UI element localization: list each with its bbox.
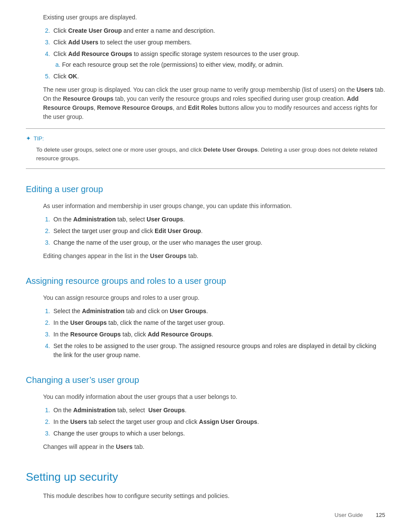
new-user-group-para: The new user group is displayed. You can… bbox=[43, 85, 385, 121]
changing-closing: Changes will appear in the Users tab. bbox=[43, 442, 385, 451]
guide-label: User Guide bbox=[335, 511, 363, 520]
tip-icon: ✦ bbox=[26, 134, 31, 143]
assigning-step-3: In the Resource Groups tab, click Add Re… bbox=[52, 330, 385, 339]
assigning-step-2: In the User Groups tab, click the name o… bbox=[52, 318, 385, 327]
step-3-text: Click Add Users to select the user group… bbox=[53, 39, 192, 46]
security-intro: This module describes how to configure s… bbox=[43, 492, 385, 501]
assigning-step-4: Set the roles to be assigned to the user… bbox=[52, 342, 385, 360]
changing-step-1: On the Administration tab, select User G… bbox=[52, 406, 385, 415]
initial-steps-list: Click Create User Group and enter a name… bbox=[43, 26, 385, 81]
editing-heading: Editing a user group bbox=[26, 183, 385, 196]
changing-step-3-text: Change the user groups to which a user b… bbox=[53, 430, 185, 437]
editing-intro: As user information and membership in us… bbox=[43, 202, 385, 211]
changing-step-2: In the Users tab select the target user … bbox=[52, 417, 385, 426]
changing-steps-list: On the Administration tab, select User G… bbox=[43, 406, 385, 438]
assigning-step-4-text: Set the roles to be assigned to the user… bbox=[53, 342, 376, 358]
step-5: Click OK. bbox=[52, 72, 385, 81]
editing-step-1: On the Administration tab, select User G… bbox=[52, 215, 385, 224]
assigning-steps-list: Select the Administration tab and click … bbox=[43, 307, 385, 360]
editing-step-1-text: On the Administration tab, select User G… bbox=[53, 216, 185, 223]
security-heading: Setting up security bbox=[26, 469, 385, 485]
tip-content: To delete user groups, select one or mor… bbox=[36, 146, 385, 163]
step-3: Click Add Users to select the user group… bbox=[52, 38, 385, 47]
changing-heading: Changing a user’s user group bbox=[26, 373, 385, 386]
assigning-step-3-text: In the Resource Groups tab, click Add Re… bbox=[53, 331, 213, 338]
changing-intro: You can modify information about the use… bbox=[43, 392, 385, 401]
tip-label: ✦ TIP: bbox=[26, 134, 385, 143]
changing-step-2-text: In the Users tab select the target user … bbox=[53, 418, 259, 425]
page-number: 125 bbox=[376, 511, 385, 520]
assigning-heading: Assigning resource groups and roles to a… bbox=[26, 274, 385, 287]
editing-closing: Editing changes appear in the list in th… bbox=[43, 252, 385, 261]
changing-step-3: Change the user groups to which a user b… bbox=[52, 429, 385, 438]
intro-text: Existing user groups are displayed. bbox=[43, 13, 385, 22]
step-4a: For each resource group set the role (pe… bbox=[62, 60, 385, 69]
editing-step-2: Select the target user group and click E… bbox=[52, 227, 385, 236]
assigning-intro: You can assign resource groups and roles… bbox=[43, 293, 385, 302]
step-4-sublist: For each resource group set the role (pe… bbox=[62, 60, 385, 69]
editing-step-3: Change the name of the user group, or th… bbox=[52, 238, 385, 247]
tip-box: ✦ TIP: To delete user groups, select one… bbox=[26, 128, 385, 169]
step-5-text: Click OK. bbox=[53, 73, 79, 80]
step-4-text: Click Add Resource Groups to assign spec… bbox=[53, 50, 299, 57]
assigning-step-2-text: In the User Groups tab, click the name o… bbox=[53, 319, 225, 326]
step-2-text: Click Create User Group and enter a name… bbox=[53, 27, 215, 34]
step-4a-text: For each resource group set the role (pe… bbox=[62, 61, 283, 68]
editing-step-2-text: Select the target user group and click E… bbox=[53, 227, 202, 234]
editing-steps-list: On the Administration tab, select User G… bbox=[43, 215, 385, 247]
assigning-step-1-text: Select the Administration tab and click … bbox=[53, 308, 208, 314]
footer: User Guide 125 bbox=[335, 511, 385, 520]
editing-step-3-text: Change the name of the user group, or th… bbox=[53, 239, 262, 246]
changing-step-1-text: On the Administration tab, select User G… bbox=[53, 407, 187, 414]
step-4: Click Add Resource Groups to assign spec… bbox=[52, 50, 385, 69]
step-2: Click Create User Group and enter a name… bbox=[52, 26, 385, 35]
assigning-step-1: Select the Administration tab and click … bbox=[52, 307, 385, 316]
tip-label-text: TIP: bbox=[34, 134, 44, 143]
